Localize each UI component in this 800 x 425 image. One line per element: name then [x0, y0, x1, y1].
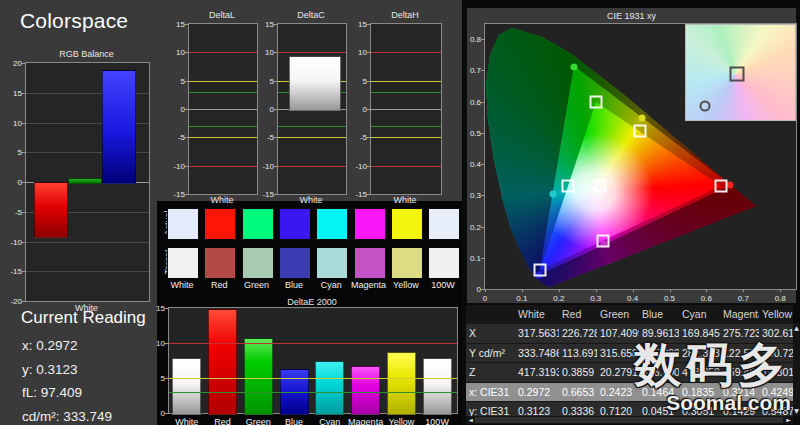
table-horizontal-scrollbar[interactable]: ◄ ►: [466, 416, 793, 424]
cie-title: CIE 1931 xy: [467, 11, 796, 21]
y-tick-label: 5: [143, 374, 165, 383]
x-tick-label: 0.5: [664, 294, 675, 303]
y-tick-label: 0.1: [459, 253, 481, 262]
scroll-down-icon[interactable]: ▼: [793, 407, 800, 415]
x-tick-mark: [522, 289, 523, 292]
y-tick-label: -5: [163, 133, 185, 142]
x-tick-mark: [780, 289, 781, 292]
watermark-cjk: 数码多: [634, 334, 790, 397]
y-tick-label: 15: [143, 304, 165, 313]
swatch-target-red: [204, 247, 236, 279]
current-reading-line: cd/m²: 333.749: [22, 409, 112, 424]
y-tick-label: 0: [163, 105, 185, 114]
x-tick-mark: [485, 289, 486, 292]
y-tick-label: 0.2: [459, 222, 481, 231]
x-tick-label: 0: [483, 294, 487, 303]
limit-line: [278, 137, 346, 138]
limit-line: [169, 378, 457, 379]
x-tick-mark: [670, 289, 671, 292]
deltae-bar-white: [172, 358, 201, 415]
rgb-bar-red: [34, 182, 68, 238]
limit-line: [189, 81, 257, 82]
y-tick-label: 0: [0, 178, 22, 187]
y-tick-label: 0: [345, 105, 367, 114]
y-tick-label: -10: [345, 161, 367, 170]
deltae-category-label: Blue: [276, 417, 312, 425]
scroll-up-icon[interactable]: ▲: [793, 324, 800, 332]
y-tick-mark: [165, 413, 169, 414]
y-tick-label: 0.8: [459, 35, 481, 44]
y-tick-label: 5: [252, 76, 274, 85]
current-reading-line: fL: 97.409: [22, 385, 82, 400]
y-tick-mark: [481, 289, 485, 290]
cie-whitepoint-inset: [685, 24, 796, 121]
y-tick-label: -15: [345, 190, 367, 199]
y-tick-label: -5: [0, 207, 22, 216]
deltal-xlabel: White: [188, 195, 256, 205]
deltae-bar-cyan: [315, 361, 344, 416]
y-tick-label: 10: [0, 118, 22, 127]
limit-line: [371, 109, 441, 110]
scrollbar-thumb[interactable]: [475, 417, 783, 423]
scroll-right-icon[interactable]: ►: [785, 416, 792, 424]
swatch-target-cyan: [316, 247, 348, 279]
table-cell: 317.5631: [515, 324, 559, 343]
swatch-actual-yellow: [391, 208, 423, 240]
deltah-chart: 151050-5-10-15: [370, 23, 442, 195]
table-header-cell: Red: [559, 305, 597, 323]
y-tick-label: 0: [459, 285, 481, 294]
deltal-chart: 151050-5-10-15: [188, 23, 258, 195]
y-tick-mark: [481, 258, 485, 259]
deltac-xlabel: White: [277, 195, 345, 205]
rgb-bar-green: [68, 178, 102, 184]
y-tick-label: 15: [0, 88, 22, 97]
rgb-balance-title: RGB Balance: [25, 49, 148, 59]
limit-line: [278, 52, 346, 53]
x-tick-label: 0.4: [627, 294, 638, 303]
swatch-column-label: Green: [238, 280, 276, 290]
swatch-actual-red: [204, 208, 236, 240]
swatch-column-label: White: [163, 280, 201, 290]
x-tick-mark: [633, 289, 634, 292]
y-tick-label: 10: [252, 48, 274, 57]
limit-line: [371, 92, 441, 93]
cie-target-green: [589, 95, 602, 108]
x-tick-label: 0.2: [553, 294, 564, 303]
current-reading-line: y: 0.3123: [22, 362, 78, 377]
deltae-category-label: Cyan: [312, 417, 348, 425]
deltal-title: DeltaL: [188, 10, 256, 20]
table-cell: 0.3859: [559, 363, 597, 382]
y-tick-label: -15: [0, 267, 22, 276]
limit-line: [278, 166, 346, 167]
table-vertical-scrollbar[interactable]: ▲ ▼: [793, 323, 800, 416]
limit-line: [189, 166, 257, 167]
x-tick-label: 0.3: [590, 294, 601, 303]
swatch-target-green: [242, 247, 274, 279]
cie-measured-red: [727, 181, 734, 188]
cie-measured-yellow: [638, 114, 645, 121]
cie-target-blue: [534, 264, 547, 277]
table-cell: 0.6653: [559, 383, 597, 402]
y-tick-mark: [481, 39, 485, 40]
y-tick-label: 0.7: [459, 66, 481, 75]
limit-line: [371, 52, 441, 53]
gridline: [26, 271, 149, 272]
y-tick-label: 0: [252, 105, 274, 114]
deltae-category-label: Green: [241, 417, 277, 425]
deltae-bar-100w: [423, 358, 452, 415]
limit-line: [371, 166, 441, 167]
x-tick-mark: [706, 289, 707, 292]
limit-line: [189, 92, 257, 93]
deltae-title: DeltaE 2000: [168, 297, 456, 307]
table-header-row: WhiteRedGreenBlueCyanMagentaYellow: [466, 305, 793, 323]
scroll-left-icon[interactable]: ◄: [467, 416, 474, 424]
deltae-bar-yellow: [387, 352, 416, 415]
y-tick-mark: [481, 102, 485, 103]
deltae-category-label: 100W: [419, 417, 455, 425]
y-tick-label: -15: [163, 190, 185, 199]
table-cell: 333.7486: [515, 344, 559, 363]
table-cell: 0.2972: [515, 383, 559, 402]
swatch-actual-blue: [279, 208, 311, 240]
y-tick-label: -10: [0, 237, 22, 246]
swatch-column-label: Cyan: [312, 280, 350, 290]
